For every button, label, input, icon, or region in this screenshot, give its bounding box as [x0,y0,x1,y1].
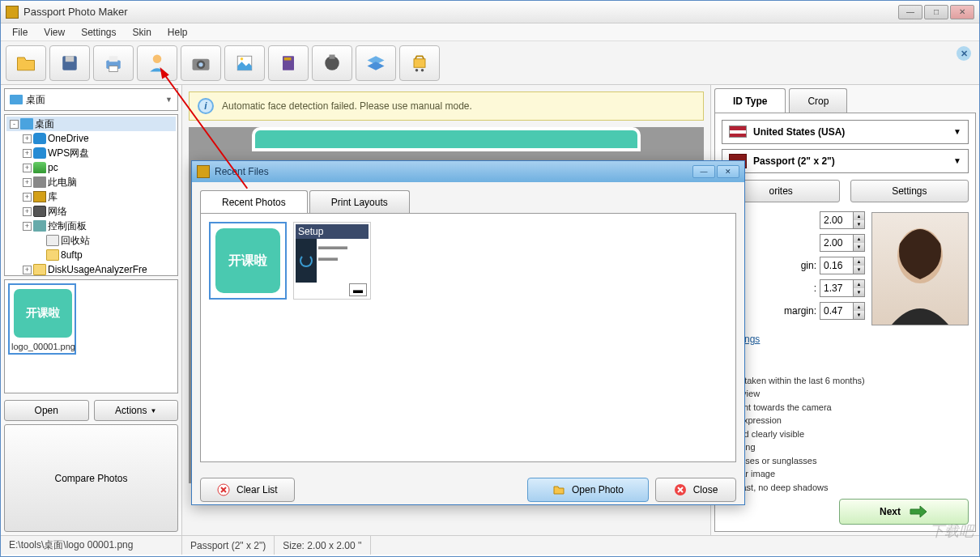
close-button[interactable]: ✕ [950,5,974,19]
tree-item[interactable]: +OneDrive [6,131,176,146]
titlebar: Passport Photo Maker — □ ✕ [1,1,979,23]
svg-rect-15 [414,58,425,67]
banner-text: Automatic face detection failed. Please … [222,100,472,112]
spec-spinner[interactable]: ▲▼ [820,257,865,274]
camera-button[interactable] [181,45,221,81]
folder-icon [46,249,59,261]
save-button[interactable] [49,45,90,81]
svg-rect-4 [109,66,118,71]
additional-settings-link[interactable]: l settings [722,330,969,348]
window-title: Passport Photo Maker [23,6,897,18]
tree-item[interactable]: +此电脑 [6,175,176,189]
menu-view[interactable]: View [36,25,73,40]
compare-photos-button[interactable]: Compare Photos [4,424,178,532]
right-panel: ID Type Crop United States (USA) ▼ Passp… [710,85,979,535]
tree-item[interactable]: +网络 [6,204,176,219]
spec-input[interactable] [824,283,848,294]
tree-item[interactable]: +控制面板 [6,219,176,233]
open-file-button[interactable] [6,45,46,81]
tree-item[interactable]: 8uftp [6,248,176,262]
print-button[interactable] [93,45,134,81]
folder-path-select[interactable]: 桌面 ▼ [4,88,178,111]
spec-spinner[interactable]: ▲▼ [820,234,865,252]
clear-list-button[interactable]: Clear List [200,478,295,502]
tree-item[interactable]: -桌面 [6,117,176,131]
folder-icon [33,264,46,275]
country-label: United States (USA) [753,126,845,138]
dialog-title: Recent Files [215,166,691,177]
svg-point-8 [198,62,202,66]
dialog-close-btn[interactable]: Close [655,478,736,502]
svg-rect-14 [330,54,335,58]
menubar: File View Settings Skin Help [1,23,979,41]
tree-item[interactable]: +库 [6,189,176,204]
tree-item[interactable]: +pc [6,160,176,175]
folder-tree[interactable]: -桌面+OneDrive+WPS网盘+pc+此电脑+库+网络+控制面板回收站8u… [4,114,178,276]
maximize-button[interactable]: □ [924,5,948,19]
recent-thumb-2[interactable]: Setup ▬▬▬▬▬ ▬ [293,222,371,300]
dialog-content: 开课啦 Setup ▬▬▬▬▬ ▬ [200,213,736,462]
recycle-icon [46,235,59,246]
open-button[interactable]: Open [4,400,89,421]
doc-type-select[interactable]: Passport (2" x 2") ▼ [722,149,969,173]
tree-item[interactable]: +DiskUsageAnalyzerFre [6,262,176,276]
svg-rect-3 [109,56,118,62]
spec-spinner[interactable]: ▲▼ [820,302,865,320]
settings-button[interactable]: Settings [850,180,969,202]
pc-icon [33,176,46,188]
tree-item[interactable]: 回收站 [6,233,176,248]
svg-rect-12 [284,57,292,61]
info-banner: i Automatic face detection failed. Pleas… [189,91,704,121]
menu-help[interactable]: Help [160,25,196,40]
photo-edit-button[interactable] [224,45,265,81]
spec-input[interactable] [824,237,848,249]
dialog-tab-recent-photos[interactable]: Recent Photos [200,190,308,213]
svg-rect-1 [66,56,75,62]
spec-input[interactable] [824,215,848,226]
menu-skin[interactable]: Skin [125,25,160,40]
spec-spinner[interactable]: ▲▼ [820,279,865,297]
net-icon [33,206,46,217]
menu-settings[interactable]: Settings [73,25,124,40]
country-select[interactable]: United States (USA) ▼ [722,120,969,144]
dialog-minimize-button[interactable]: — [692,165,715,178]
dialog-close-button[interactable]: ✕ [717,165,739,178]
person-icon [33,162,46,173]
next-button[interactable]: Next [839,499,969,525]
clothing-button[interactable] [312,45,352,81]
tab-id-type[interactable]: ID Type [714,88,786,113]
statusbar: E:\tools\桌面\logo 00001.png Passport (2" … [1,535,979,555]
thumbnail-selected[interactable]: 开课啦 logo_00001.png [8,283,76,355]
svg-point-5 [153,54,162,63]
dialog-titlebar[interactable]: Recent Files — ✕ [192,161,744,182]
layers-button[interactable] [356,45,396,81]
info-icon: i [198,98,214,114]
minimize-button[interactable]: — [898,5,922,19]
spec-input[interactable] [824,260,848,271]
actions-button[interactable]: Actions ▼ [94,400,179,421]
status-path: E:\tools\桌面\logo 00001.png [1,536,182,555]
tab-crop[interactable]: Crop [789,88,847,113]
book-button[interactable] [268,45,309,81]
recent-thumb-1[interactable]: 开课啦 [209,222,287,300]
person-button[interactable] [137,45,177,81]
flag-icon [729,125,747,138]
spec-spinner[interactable]: ▲▼ [820,211,865,229]
folder-icon [10,95,23,104]
dropdown-caret-icon: ▼ [165,96,173,104]
toolbar-close-icon[interactable]: ✕ [957,46,971,61]
cart-button[interactable] [399,45,440,81]
tree-item[interactable]: +WPS网盘 [6,146,176,160]
spec-input[interactable] [824,305,848,317]
open-photo-button[interactable]: Open Photo [527,478,649,502]
left-panel: 桌面 ▼ -桌面+OneDrive+WPS网盘+pc+此电脑+库+网络+控制面板… [1,85,182,535]
lib-icon [33,191,46,202]
clear-icon [217,483,230,496]
status-type: Passport (2" x 2") [182,536,275,555]
menu-file[interactable]: File [4,25,36,40]
dialog-tab-print-layouts[interactable]: Print Layouts [309,190,410,213]
dialog-icon [197,165,210,178]
open-icon [552,483,565,496]
ctrl-icon [33,220,46,232]
sample-portrait [871,212,969,325]
